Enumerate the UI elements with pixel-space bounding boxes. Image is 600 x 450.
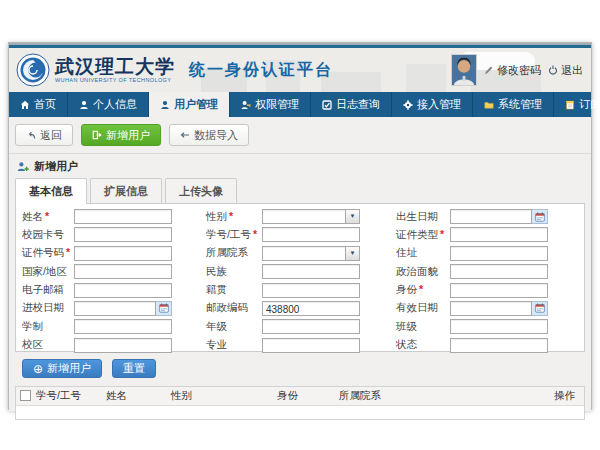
- nav-item-label: 权限管理: [255, 97, 299, 112]
- nav-item-personal-info[interactable]: 个人信息: [68, 92, 149, 117]
- birth-date-input[interactable]: [450, 209, 532, 224]
- tab-upload-avatar[interactable]: 上传头像: [165, 178, 237, 203]
- field-label-political-status: 政治面貌: [396, 265, 450, 279]
- add-user-button[interactable]: 新增用户: [81, 124, 161, 146]
- address-input[interactable]: [450, 246, 548, 261]
- form-row: 进校日期: [22, 300, 172, 317]
- form-row: 专业: [206, 337, 360, 354]
- native-place-input[interactable]: [262, 283, 360, 298]
- identity-input[interactable]: [450, 283, 548, 298]
- section-title-label: 新增用户: [34, 159, 78, 174]
- key-icon: [241, 100, 251, 110]
- entry-date-input[interactable]: [74, 301, 156, 316]
- data-import-button[interactable]: 数据导入: [169, 124, 249, 146]
- app-header: 武汉理工大学 WUHAN UNIVERSITY OF TECHNOLOGY 统一…: [9, 48, 591, 92]
- form-row: 所属院系▼: [206, 245, 360, 262]
- calendar-icon[interactable]: [532, 209, 548, 224]
- change-password-link[interactable]: 修改密码: [484, 63, 541, 78]
- required-asterisk: *: [419, 283, 423, 295]
- main-nav: 首页个人信息用户管理权限管理日志查询接入管理系统管理订阅管理: [9, 92, 591, 117]
- add-user-button-label: 新增用户: [106, 128, 150, 143]
- content-area: 返回 新增用户 数据导入 新增用户 基本信息扩展信息上传头像 姓名*校园卡号证件…: [9, 117, 591, 411]
- back-button-label: 返回: [40, 128, 62, 143]
- nav-item-home[interactable]: 首页: [9, 92, 68, 117]
- department-select[interactable]: ▼: [262, 246, 360, 261]
- nav-item-subscription-management[interactable]: 订阅管理: [554, 92, 600, 117]
- nav-item-system-management[interactable]: 系统管理: [473, 92, 554, 117]
- gear-icon: [403, 100, 413, 110]
- app-window: 武汉理工大学 WUHAN UNIVERSITY OF TECHNOLOGY 统一…: [8, 42, 592, 410]
- import-arrow-icon: [180, 130, 190, 140]
- field-label-identity: 身份*: [396, 283, 450, 297]
- form-column: 姓名*校园卡号证件号码*国家/地区电子邮箱进校日期学制校区: [22, 208, 172, 355]
- nav-item-user-management[interactable]: 用户管理: [149, 92, 230, 117]
- email-input[interactable]: [74, 283, 172, 298]
- form-row: 民族: [206, 263, 360, 280]
- reset-button[interactable]: 重置: [112, 359, 156, 378]
- country-region-input[interactable]: [74, 264, 172, 279]
- nav-item-label: 用户管理: [174, 97, 218, 112]
- change-password-label: 修改密码: [497, 63, 541, 78]
- required-asterisk: *: [229, 210, 233, 222]
- nav-item-access-management[interactable]: 接入管理: [392, 92, 473, 117]
- id-type-input[interactable]: [450, 227, 548, 242]
- page-title: 统一身份认证平台: [189, 60, 333, 81]
- tab-extended-info[interactable]: 扩展信息: [90, 178, 162, 203]
- field-label-department: 所属院系: [206, 246, 262, 260]
- logout-link[interactable]: 退出: [548, 63, 583, 78]
- field-label-birth-date: 出生日期: [396, 210, 450, 224]
- add-user-submit-button[interactable]: ⊕ 新增用户: [22, 359, 102, 378]
- field-label-id-type: 证件类型*: [396, 228, 450, 242]
- back-button[interactable]: 返回: [15, 124, 73, 146]
- form-row: 年级: [206, 318, 360, 335]
- class-input[interactable]: [450, 319, 548, 334]
- status-input[interactable]: [450, 338, 548, 353]
- field-label-address: 住址: [396, 246, 450, 260]
- section-title: 新增用户: [9, 154, 591, 178]
- nav-item-log-query[interactable]: 日志查询: [311, 92, 392, 117]
- select-all-checkbox[interactable]: [20, 390, 31, 401]
- table-header-row: 学号/工号姓名性别身份所属院系操作: [16, 387, 584, 406]
- dropdown-arrow-icon[interactable]: ▼: [345, 210, 359, 223]
- user-avatar[interactable]: [451, 54, 477, 86]
- name-input[interactable]: [74, 209, 172, 224]
- valid-date-input[interactable]: [450, 301, 532, 316]
- campus-card-no-input[interactable]: [74, 227, 172, 242]
- table-empty-body: [16, 406, 584, 419]
- tab-basic-info[interactable]: 基本信息: [15, 178, 87, 204]
- field-label-valid-date: 有效日期: [396, 301, 450, 315]
- id-number-input[interactable]: [74, 246, 172, 261]
- major-input[interactable]: [262, 338, 360, 353]
- dropdown-arrow-icon[interactable]: ▼: [345, 247, 359, 260]
- form-row: 有效日期: [396, 300, 548, 317]
- back-arrow-icon: [26, 130, 36, 140]
- form-row: 学制: [22, 318, 172, 335]
- table-header-cell: 性别: [171, 389, 277, 403]
- postal-code-input[interactable]: 438800: [262, 301, 360, 316]
- campus-input[interactable]: [74, 338, 172, 353]
- toolbar: 返回 新增用户 数据导入: [9, 117, 591, 146]
- nav-item-label: 日志查询: [336, 97, 380, 112]
- user-add-icon: [17, 161, 29, 173]
- grade-input[interactable]: [262, 319, 360, 334]
- nav-item-label: 系统管理: [498, 97, 542, 112]
- calendar-icon[interactable]: [156, 301, 172, 316]
- school-system-input[interactable]: [74, 319, 172, 334]
- folder-icon: [484, 100, 494, 110]
- form-row: 状态: [396, 337, 548, 354]
- calendar-icon[interactable]: [532, 301, 548, 316]
- political-status-input[interactable]: [450, 264, 548, 279]
- form-row: 证件类型*: [396, 226, 548, 243]
- required-asterisk: *: [45, 210, 49, 222]
- field-label-class: 班级: [396, 320, 450, 334]
- student-employee-id-input[interactable]: [262, 227, 360, 242]
- form-row: 班级: [396, 318, 548, 335]
- gender-select[interactable]: ▼: [262, 209, 360, 224]
- field-label-ethnicity: 民族: [206, 265, 262, 279]
- field-label-major: 专业: [206, 338, 262, 352]
- field-label-school-system: 学制: [22, 320, 74, 334]
- field-label-country-region: 国家/地区: [22, 265, 74, 279]
- reset-button-label: 重置: [123, 361, 145, 376]
- nav-item-permission-management[interactable]: 权限管理: [230, 92, 311, 117]
- ethnicity-input[interactable]: [262, 264, 360, 279]
